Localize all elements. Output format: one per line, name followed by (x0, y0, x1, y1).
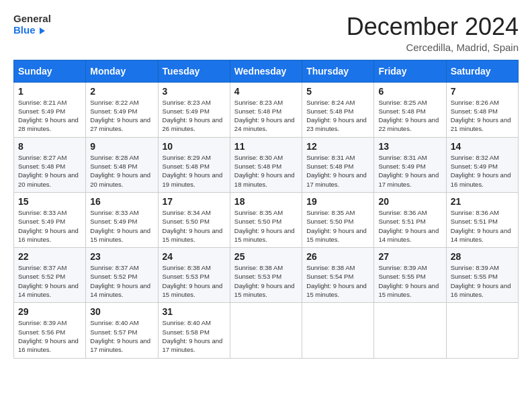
calendar-cell: 20 Sunrise: 8:36 AM Sunset: 5:51 PM Dayl… (374, 192, 446, 247)
day-number: 15 (18, 196, 81, 207)
day-info: Sunrise: 8:23 AM Sunset: 5:49 PM Dayligh… (163, 98, 226, 134)
calendar-cell: 8 Sunrise: 8:27 AM Sunset: 5:48 PM Dayli… (14, 137, 86, 192)
day-info: Sunrise: 8:40 AM Sunset: 5:58 PM Dayligh… (163, 318, 226, 354)
header-wednesday: Wednesday (230, 60, 302, 82)
day-info: Sunrise: 8:26 AM Sunset: 5:48 PM Dayligh… (451, 98, 514, 134)
calendar-cell: 23 Sunrise: 8:37 AM Sunset: 5:52 PM Dayl… (86, 248, 158, 303)
calendar-cell: 11 Sunrise: 8:30 AM Sunset: 5:48 PM Dayl… (230, 137, 302, 192)
day-info: Sunrise: 8:37 AM Sunset: 5:52 PM Dayligh… (18, 263, 81, 299)
calendar-cell: 9 Sunrise: 8:28 AM Sunset: 5:48 PM Dayli… (86, 137, 158, 192)
day-number: 23 (90, 251, 153, 262)
calendar-week-row: 22 Sunrise: 8:37 AM Sunset: 5:52 PM Dayl… (14, 248, 519, 303)
day-number: 27 (378, 251, 441, 262)
calendar-cell: 2 Sunrise: 8:22 AM Sunset: 5:49 PM Dayli… (86, 82, 158, 137)
calendar-cell: 24 Sunrise: 8:38 AM Sunset: 5:53 PM Dayl… (158, 248, 230, 303)
day-number: 19 (306, 196, 369, 207)
header-saturday: Saturday (446, 60, 518, 82)
calendar-cell: 16 Sunrise: 8:33 AM Sunset: 5:49 PM Dayl… (86, 192, 158, 247)
day-info: Sunrise: 8:28 AM Sunset: 5:48 PM Dayligh… (90, 153, 153, 189)
calendar-cell: 7 Sunrise: 8:26 AM Sunset: 5:48 PM Dayli… (446, 82, 518, 137)
day-number: 28 (451, 251, 514, 262)
calendar-cell: 14 Sunrise: 8:32 AM Sunset: 5:49 PM Dayl… (446, 137, 518, 192)
calendar-cell: 31 Sunrise: 8:40 AM Sunset: 5:58 PM Dayl… (158, 303, 230, 358)
calendar-cell: 3 Sunrise: 8:23 AM Sunset: 5:49 PM Dayli… (158, 82, 230, 137)
day-info: Sunrise: 8:25 AM Sunset: 5:48 PM Dayligh… (378, 98, 441, 134)
day-number: 18 (234, 196, 298, 207)
calendar-cell: 27 Sunrise: 8:39 AM Sunset: 5:55 PM Dayl… (374, 248, 446, 303)
calendar-week-row: 8 Sunrise: 8:27 AM Sunset: 5:48 PM Dayli… (14, 137, 519, 192)
calendar-cell: 29 Sunrise: 8:39 AM Sunset: 5:56 PM Dayl… (14, 303, 86, 358)
days-header-row: SundayMondayTuesdayWednesdayThursdayFrid… (14, 60, 519, 82)
month-title: December 2024 (347, 13, 519, 40)
day-info: Sunrise: 8:27 AM Sunset: 5:48 PM Dayligh… (18, 153, 81, 189)
day-info: Sunrise: 8:24 AM Sunset: 5:48 PM Dayligh… (306, 98, 369, 134)
location: Cercedilla, Madrid, Spain (347, 42, 519, 53)
day-number: 30 (90, 306, 153, 317)
day-number: 7 (451, 86, 514, 97)
header-monday: Monday (86, 60, 158, 82)
day-number: 13 (378, 141, 441, 152)
day-info: Sunrise: 8:29 AM Sunset: 5:48 PM Dayligh… (163, 153, 226, 189)
header-friday: Friday (374, 60, 446, 82)
day-info: Sunrise: 8:38 AM Sunset: 5:53 PM Dayligh… (163, 263, 226, 299)
header-sunday: Sunday (14, 60, 86, 82)
calendar-cell: 25 Sunrise: 8:38 AM Sunset: 5:53 PM Dayl… (230, 248, 302, 303)
calendar-cell: 28 Sunrise: 8:39 AM Sunset: 5:55 PM Dayl… (446, 248, 518, 303)
title-block: December 2024 Cercedilla, Madrid, Spain (347, 13, 519, 53)
day-number: 25 (234, 251, 298, 262)
day-number: 4 (234, 86, 298, 97)
calendar-cell: 12 Sunrise: 8:31 AM Sunset: 5:48 PM Dayl… (302, 137, 374, 192)
day-info: Sunrise: 8:35 AM Sunset: 5:50 PM Dayligh… (234, 208, 298, 244)
day-number: 14 (451, 141, 514, 152)
day-info: Sunrise: 8:30 AM Sunset: 5:48 PM Dayligh… (234, 153, 298, 189)
day-info: Sunrise: 8:35 AM Sunset: 5:50 PM Dayligh… (306, 208, 369, 244)
calendar-cell: 18 Sunrise: 8:35 AM Sunset: 5:50 PM Dayl… (230, 192, 302, 247)
day-info: Sunrise: 8:23 AM Sunset: 5:48 PM Dayligh… (234, 98, 298, 134)
day-info: Sunrise: 8:34 AM Sunset: 5:50 PM Dayligh… (163, 208, 226, 244)
calendar-week-row: 1 Sunrise: 8:21 AM Sunset: 5:49 PM Dayli… (14, 82, 519, 137)
header-tuesday: Tuesday (158, 60, 230, 82)
calendar-cell: 30 Sunrise: 8:40 AM Sunset: 5:57 PM Dayl… (86, 303, 158, 358)
calendar-cell: 17 Sunrise: 8:34 AM Sunset: 5:50 PM Dayl… (158, 192, 230, 247)
day-info: Sunrise: 8:31 AM Sunset: 5:49 PM Dayligh… (378, 153, 441, 189)
day-number: 16 (90, 196, 153, 207)
day-number: 26 (306, 251, 369, 262)
day-number: 8 (18, 141, 81, 152)
calendar-cell: 19 Sunrise: 8:35 AM Sunset: 5:50 PM Dayl… (302, 192, 374, 247)
day-info: Sunrise: 8:38 AM Sunset: 5:54 PM Dayligh… (306, 263, 369, 299)
calendar-cell: 6 Sunrise: 8:25 AM Sunset: 5:48 PM Dayli… (374, 82, 446, 137)
calendar-cell: 5 Sunrise: 8:24 AM Sunset: 5:48 PM Dayli… (302, 82, 374, 137)
calendar-cell: 21 Sunrise: 8:36 AM Sunset: 5:51 PM Dayl… (446, 192, 518, 247)
day-info: Sunrise: 8:39 AM Sunset: 5:55 PM Dayligh… (451, 263, 514, 299)
day-info: Sunrise: 8:39 AM Sunset: 5:55 PM Dayligh… (378, 263, 441, 299)
logo-text: General Blue (13, 13, 51, 36)
calendar-cell: 15 Sunrise: 8:33 AM Sunset: 5:49 PM Dayl… (14, 192, 86, 247)
calendar-cell: 1 Sunrise: 8:21 AM Sunset: 5:49 PM Dayli… (14, 82, 86, 137)
day-number: 31 (163, 306, 226, 317)
day-number: 12 (306, 141, 369, 152)
calendar-cell (374, 303, 446, 358)
day-number: 6 (378, 86, 441, 97)
calendar-week-row: 29 Sunrise: 8:39 AM Sunset: 5:56 PM Dayl… (14, 303, 519, 358)
calendar-cell: 22 Sunrise: 8:37 AM Sunset: 5:52 PM Dayl… (14, 248, 86, 303)
day-info: Sunrise: 8:33 AM Sunset: 5:49 PM Dayligh… (18, 208, 81, 244)
day-number: 20 (378, 196, 441, 207)
day-info: Sunrise: 8:22 AM Sunset: 5:49 PM Dayligh… (90, 98, 153, 134)
day-number: 5 (306, 86, 369, 97)
day-info: Sunrise: 8:36 AM Sunset: 5:51 PM Dayligh… (378, 208, 441, 244)
day-info: Sunrise: 8:39 AM Sunset: 5:56 PM Dayligh… (18, 318, 81, 354)
day-number: 17 (163, 196, 226, 207)
day-info: Sunrise: 8:21 AM Sunset: 5:49 PM Dayligh… (18, 98, 81, 134)
calendar-cell: 4 Sunrise: 8:23 AM Sunset: 5:48 PM Dayli… (230, 82, 302, 137)
calendar-table: SundayMondayTuesdayWednesdayThursdayFrid… (13, 60, 519, 359)
calendar-cell (302, 303, 374, 358)
calendar-cell: 26 Sunrise: 8:38 AM Sunset: 5:54 PM Dayl… (302, 248, 374, 303)
day-info: Sunrise: 8:38 AM Sunset: 5:53 PM Dayligh… (234, 263, 298, 299)
calendar-week-row: 15 Sunrise: 8:33 AM Sunset: 5:49 PM Dayl… (14, 192, 519, 247)
logo: General Blue (13, 13, 51, 36)
day-number: 9 (90, 141, 153, 152)
day-info: Sunrise: 8:36 AM Sunset: 5:51 PM Dayligh… (451, 208, 514, 244)
calendar-cell: 13 Sunrise: 8:31 AM Sunset: 5:49 PM Dayl… (374, 137, 446, 192)
day-number: 2 (90, 86, 153, 97)
header-thursday: Thursday (302, 60, 374, 82)
